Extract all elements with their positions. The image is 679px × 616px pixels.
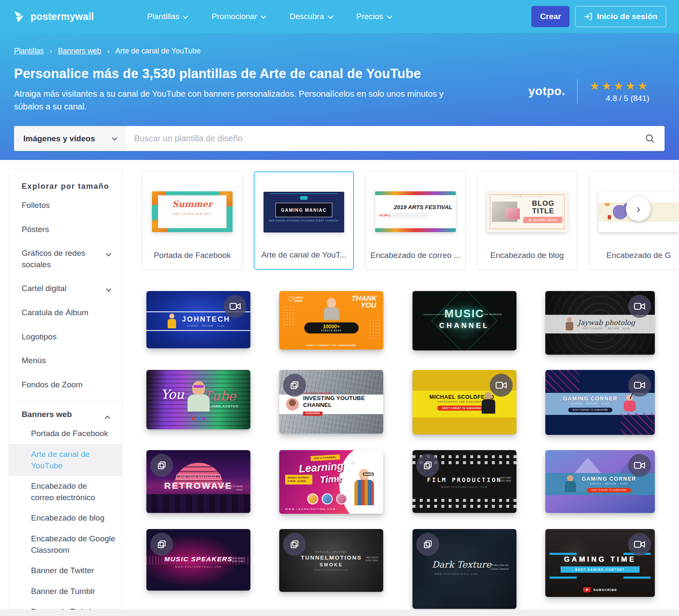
filmstrip-holes — [412, 505, 516, 508]
chevron-down-icon — [387, 13, 392, 19]
chevron-down-icon — [106, 286, 112, 292]
breadcrumb-link-banners-web[interactable]: Banners web — [58, 47, 101, 56]
copy-template-badge-icon — [150, 454, 173, 477]
sidebar-item-fondos-zoom[interactable]: Fondos de Zoom — [9, 373, 122, 397]
search-input[interactable] — [126, 126, 645, 151]
chevron-up-icon — [105, 416, 110, 421]
hero-section: Plantillas › Banners web › Arte de canal… — [0, 33, 679, 160]
category-card-encabezado-blog[interactable]: JOURNAL OF 2017-2021 BLOG TITLE by Jenni… — [477, 171, 577, 270]
nav-item-precios[interactable]: Precios — [356, 12, 391, 21]
template-tile-film-production[interactable]: FILM PRODUCTION WWW.POSTERMYWALL.COM NEW… — [412, 450, 516, 513]
template-tile-learning-time[interactable]: KID'S CHANNEL Learning Time MONDAY TO FR… — [279, 450, 383, 514]
template-tile-photolog[interactable]: Jaywab photologPHOTOGRAPHY · REVIEW · VL… — [545, 291, 655, 355]
breadcrumb-link-plantillas[interactable]: Plantillas — [14, 47, 44, 56]
sidebar-item-cartel-digital[interactable]: Cartel digital — [9, 277, 122, 301]
copy-template-badge-icon — [283, 533, 306, 556]
rating-widget: yotpo. ★★★★★ 4.8 / 5 (841) — [528, 79, 649, 104]
photographer-illustration — [565, 317, 574, 331]
category-label: Portada de Facebook — [143, 251, 242, 260]
template-grid: JOHNTECHGAMING · REVIEW · VLOG LOGO HERE… — [146, 291, 655, 609]
top-navigation-bar: postermywall Plantillas Promocionar Desc… — [0, 0, 679, 33]
nav-item-descubra[interactable]: Descubra — [289, 12, 331, 21]
sidebar-item-folletos[interactable]: Folletos — [9, 193, 122, 218]
main-content: Explorar por tamaño Folletos Pósters Grá… — [0, 160, 679, 616]
search-type-dropdown[interactable]: Imágenes y vídeos — [14, 126, 126, 151]
template-tile-gaming-corner-dark[interactable]: GAMING CORNER GAMING · REVIEW · VLOG DON… — [545, 370, 655, 435]
nav-item-promocionar[interactable]: Promocionar — [211, 12, 265, 21]
person-illustration — [167, 314, 177, 329]
copy-template-badge-icon — [416, 533, 439, 556]
copy-template-badge-icon — [150, 533, 173, 556]
template-tile-retrowave[interactable]: FOR YOUR NOSTALGIA RETROWAVE Subscribe f… — [146, 450, 250, 513]
category-card-portada-facebook[interactable]: Summer GET YOURS 50% OFF Portada de Face… — [142, 171, 242, 270]
sidebar-item-menus[interactable]: Menús — [9, 349, 122, 373]
video-template-badge-icon — [224, 295, 247, 318]
template-tile-michael-scoldfeild[interactable]: MICHAEL SCOLDFEILD PHOTOGRAPHY AND VIDEO… — [412, 370, 516, 434]
person-illustration — [322, 298, 341, 320]
search-type-label: Imágenes y vídeos — [23, 134, 95, 143]
login-icon — [584, 13, 592, 20]
sidebar-item-banner-twitter[interactable]: Banner de Twitter — [9, 560, 122, 581]
nav-item-plantillas[interactable]: Plantillas — [147, 12, 187, 21]
template-tile-dark-texture[interactable]: Dark Texture WWW.POSTERMYWALL.COM Subscr… — [412, 529, 516, 609]
sidebar-item-graficos-redes[interactable]: Gráficos de redes sociales — [9, 241, 122, 277]
category-thumbnail: JOURNAL OF 2017-2021 BLOG TITLE by Jenni… — [487, 191, 567, 232]
sidebar-group-banners-web[interactable]: Banners web — [9, 406, 122, 423]
template-tile-music-speakers[interactable]: MUSIC SPEAKERS WWW.POSTERMYWALL.COM NEW … — [146, 529, 250, 591]
breadcrumb-current: Arte de canal de YouTube — [115, 47, 201, 56]
create-button[interactable]: Crear — [531, 6, 570, 27]
sidebar-heading: Explorar por tamaño — [9, 182, 122, 193]
video-template-badge-icon — [628, 533, 651, 556]
person-illustration — [481, 392, 496, 414]
sidebar-item-encabezado-classroom[interactable]: Encabezado de Google Classroom — [9, 529, 122, 560]
category-card-encabezado-correo[interactable]: 2019 ARTS FESTIVAL 02.08 | Encabezado de… — [365, 171, 466, 270]
sidebar-item-encabezado-blog[interactable]: Encabezado de blog — [9, 508, 122, 529]
filmstrip-holes — [412, 499, 516, 502]
header-actions: Crear Inicio de sesión — [531, 6, 666, 27]
login-button[interactable]: Inicio de sesión — [575, 6, 666, 27]
sidebar-item-banner-tumblr[interactable]: Banner de Tumblr — [9, 581, 122, 602]
person-illustration — [192, 381, 205, 395]
avatar — [286, 398, 299, 411]
page-subtitle: Atraiga más visitantes a su canal de You… — [14, 87, 472, 113]
template-tile-youtube-jane-austen[interactable]: You Tube JANE AUSTEN — [146, 370, 250, 429]
category-label: Encabezado de blog — [477, 251, 577, 260]
video-template-badge-icon — [628, 454, 651, 477]
chevron-down-icon — [328, 13, 333, 19]
template-tile-gaming-time[interactable]: GAMING TIME - BEST GAMING CONTENT - SUBS… — [545, 529, 655, 597]
template-tile-johntech[interactable]: JOHNTECHGAMING · REVIEW · VLOG — [146, 291, 250, 348]
search-icon[interactable] — [645, 134, 655, 144]
dinosaur-illustration — [613, 205, 627, 219]
template-tile-thank-you[interactable]: LOGO HERE THANK YOU 10000+ SUBSCRIBERS D… — [279, 291, 383, 350]
category-label: Encabezado de G — [589, 251, 679, 260]
category-thumbnail: 2019 ARTS FESTIVAL 02.08 | — [375, 191, 456, 232]
template-tile-tunnelmotions-smoke[interactable]: OFFICIAL CHANNEL TUNNELMOTIONS SMOKE www… — [279, 529, 383, 592]
sidebar-item-portada-facebook[interactable]: Portada de Facebook — [9, 423, 122, 444]
brand-logo[interactable]: postermywall — [13, 10, 94, 23]
sidebar-item-caratula-album[interactable]: Caratula de Álbum — [9, 301, 122, 325]
category-card-arte-canal-youtube-selected[interactable]: GAMING MANIAC NEW GAMING EPISODES UPLOAD… — [254, 171, 354, 270]
sidebar-item-arte-canal-youtube[interactable]: Arte de canal de YouTube — [9, 444, 122, 476]
sunglasses-illustration — [194, 385, 204, 388]
skyline-illustration — [146, 494, 250, 513]
template-tile-investing-youtube-channel[interactable]: SOFTWARE REVIEWS INVESTING YOUTUBE CHANN… — [279, 370, 383, 434]
main-nav: Plantillas Promocionar Descubra Precios — [147, 12, 390, 21]
gamepad-icon — [300, 196, 308, 200]
template-tile-gaming-corner-mountain[interactable]: GAMING CORNER GAMING · REVIEW · VLOG DON… — [545, 450, 655, 513]
buildings-illustration — [279, 414, 383, 434]
divider — [577, 79, 578, 104]
sidebar-item-posters[interactable]: Pósters — [9, 218, 122, 242]
yotpo-logo: yotpo. — [528, 84, 565, 98]
page-title: Personalice más de 3,530 plantillas de A… — [14, 66, 421, 81]
chevron-down-icon — [106, 251, 112, 257]
person-illustration — [564, 475, 577, 493]
rating-score: 4.8 / 5 (841) — [589, 94, 649, 103]
search-bar: Imágenes y vídeos — [14, 126, 665, 151]
carousel-next-button[interactable]: › — [626, 196, 651, 221]
sidebar-item-logotipos[interactable]: Logotipos — [9, 325, 122, 349]
page-bottom-strip — [0, 610, 679, 616]
sidebar-item-encabezado-correo[interactable]: Encabezado de correo electrónico — [9, 476, 122, 508]
template-tile-music-channel[interactable]: MUSIC CHANNEL TOM MARICH www.postermywal… — [412, 291, 516, 350]
category-card-encabezado-google[interactable]: Encabezado de G — [589, 171, 679, 270]
social-icons — [192, 417, 205, 420]
